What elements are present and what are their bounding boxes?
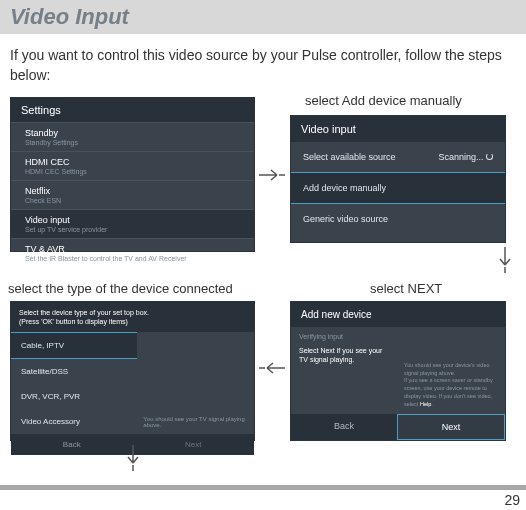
label-select-type: select the type of the device connected xyxy=(8,281,233,296)
label-add-manually: select Add device manually xyxy=(305,93,462,108)
type-next-button[interactable]: Next xyxy=(133,434,255,455)
settings-item-hdmi[interactable]: HDMI CEC HDMI CEC Settings xyxy=(11,151,254,180)
panels-area: select Add device manually select the ty… xyxy=(0,93,526,463)
type-option-cable[interactable]: Cable, IPTV xyxy=(11,332,137,359)
video-row-generic[interactable]: Generic video source xyxy=(291,204,505,234)
type-back-button[interactable]: Back xyxy=(11,434,133,455)
video-input-panel: Video input Select available source Scan… xyxy=(290,115,506,243)
page-title: Video Input xyxy=(10,4,516,30)
label-select-next: select NEXT xyxy=(370,281,442,296)
spinner-icon xyxy=(486,153,493,160)
arrow-down-icon xyxy=(498,247,512,273)
arrow-right-icon xyxy=(259,168,285,182)
add-back-button[interactable]: Back xyxy=(291,414,397,440)
add-next-button[interactable]: Next xyxy=(397,414,505,440)
intro-text: If you want to control this video source… xyxy=(0,34,526,93)
page-footer: 29 xyxy=(0,485,526,510)
settings-item-tv-avr[interactable]: TV & AVR Set the IR Blaster to control t… xyxy=(11,238,254,267)
settings-item-standby[interactable]: Standby Standby Settings xyxy=(11,122,254,151)
type-option-accessory[interactable]: Video Accessory xyxy=(11,409,137,434)
type-hint: You should see your TV signal playing ab… xyxy=(143,416,248,428)
video-row-scan[interactable]: Select available source Scanning... xyxy=(291,142,505,172)
arrow-left-icon xyxy=(259,361,285,375)
settings-item-video-input[interactable]: Video input Set up TV service provider xyxy=(11,209,254,238)
add-device-title: Add new device xyxy=(291,302,505,327)
video-input-title: Video input xyxy=(291,116,505,142)
device-type-panel: Select the device type of your set top b… xyxy=(10,301,255,441)
type-option-satellite[interactable]: Satellite/DSS xyxy=(11,359,137,384)
page-header: Video Input xyxy=(0,0,526,34)
add-device-panel: Add new device Verifying input Select Ne… xyxy=(290,301,506,441)
add-hint: You should see your device's video signa… xyxy=(404,362,499,408)
arrow-down-icon xyxy=(126,445,140,471)
type-title: Select the device type of your set top b… xyxy=(11,302,254,332)
video-row-add-manually[interactable]: Add device manually xyxy=(291,172,505,204)
add-instruction: Select Next if you see your TV signal pl… xyxy=(299,346,390,364)
add-verifying: Verifying input xyxy=(299,333,390,340)
settings-title: Settings xyxy=(11,98,254,122)
page-number: 29 xyxy=(0,490,526,510)
type-option-dvr[interactable]: DVR, VCR, PVR xyxy=(11,384,137,409)
settings-item-netflix[interactable]: Netflix Check ESN xyxy=(11,180,254,209)
settings-panel: Settings Standby Standby Settings HDMI C… xyxy=(10,97,255,252)
